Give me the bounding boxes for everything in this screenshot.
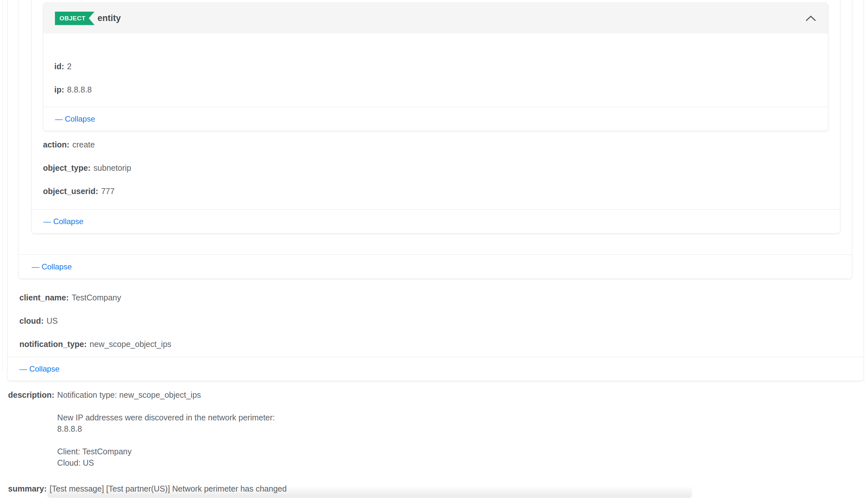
field-label-ip: ip: — [54, 85, 64, 94]
field-row-object-userid: object_userid:777 — [43, 186, 115, 196]
field-value-ip: 8.8.8.8 — [67, 85, 92, 94]
outer-container-edge — [2, 0, 3, 372]
collapse-link-object-item[interactable]: — Collapse — [32, 217, 83, 226]
field-value-object-userid: 777 — [101, 187, 115, 196]
object-item-footer: — Collapse — [32, 209, 840, 233]
field-label-client-name: client_name: — [19, 293, 69, 302]
chevron-up-icon[interactable] — [805, 15, 816, 22]
field-value-client-name: TestCompany — [72, 293, 121, 302]
field-label-action: action: — [43, 140, 69, 149]
field-label-summary: summary: — [8, 484, 47, 493]
collapse-link-objects-wrapper[interactable]: — Collapse — [19, 262, 72, 271]
field-row-cloud: cloud:US — [19, 316, 58, 326]
collapse-link-entity[interactable]: — Collapse — [43, 115, 95, 123]
field-value-id: 2 — [67, 62, 72, 71]
field-label-notification-type: notification_type: — [19, 340, 86, 349]
field-row-notification-type: notification_type:new_scope_object_ips — [19, 339, 171, 349]
entity-card-footer: — Collapse — [43, 107, 828, 131]
collapse-link-notification[interactable]: — Collapse — [8, 365, 59, 374]
field-value-object-type: subnetorip — [93, 163, 131, 172]
field-label-object-userid: object_userid: — [43, 187, 98, 196]
field-label-id: id: — [54, 62, 64, 71]
field-value-description: Notification type: new_scope_object_ips … — [57, 389, 275, 469]
notification-object-footer: — Collapse — [8, 357, 864, 381]
field-label-object-type: object_type: — [43, 163, 91, 172]
field-row-ip: ip:8.8.8.8 — [54, 85, 92, 94]
panel-bottom-shadow — [47, 486, 692, 498]
object-type-ribbon: OBJECT — [55, 12, 95, 25]
field-label-cloud: cloud: — [19, 316, 44, 325]
field-row-action: action:create — [43, 140, 95, 149]
field-row-id: id:2 — [54, 62, 71, 71]
field-row-description: description: Notification type: new_scop… — [8, 389, 275, 469]
field-row-object-type: object_type:subnetorip — [43, 163, 131, 173]
field-value-action: create — [72, 140, 95, 149]
entity-card-title: entity — [98, 13, 121, 23]
entity-object-card: OBJECT entity — Collapse — [43, 3, 828, 131]
field-label-description: description: — [8, 389, 54, 401]
object-ribbon-label: OBJECT — [59, 15, 86, 21]
notification-detail-panel: — Collapse — Collapse — Collapse OBJECT … — [0, 0, 868, 498]
field-value-cloud: US — [46, 316, 58, 325]
field-row-client-name: client_name:TestCompany — [19, 293, 121, 302]
entity-card-header[interactable]: OBJECT entity — [43, 3, 828, 34]
field-value-notification-type: new_scope_object_ips — [90, 340, 171, 349]
objects-wrapper-footer: — Collapse — [19, 254, 852, 278]
